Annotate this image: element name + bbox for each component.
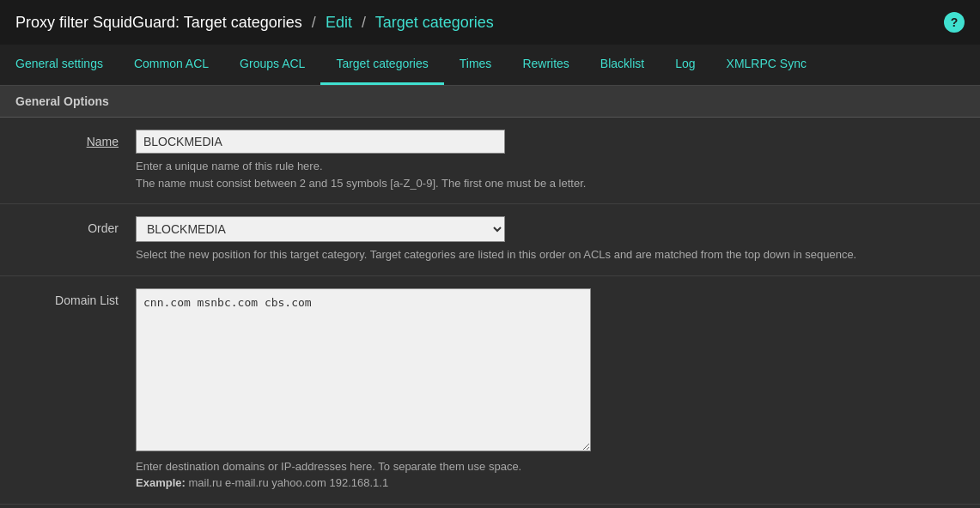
name-input[interactable]	[136, 130, 505, 154]
nav-bar: General settings Common ACL Groups ACL T…	[0, 45, 980, 86]
name-field-container: Enter a unique name of this rule here. T…	[136, 130, 965, 191]
nav-item-log[interactable]: Log	[660, 45, 710, 85]
page-title: Proxy filter SquidGuard: Target categori…	[15, 14, 494, 32]
name-label: Name	[15, 130, 136, 148]
example-label: Example:	[136, 476, 186, 489]
nav-item-times[interactable]: Times	[444, 45, 508, 85]
form-row-name: Name Enter a unique name of this rule he…	[0, 118, 980, 204]
name-hint2: The name must consist between 2 and 15 s…	[136, 177, 586, 190]
domain-list-hint: Enter destination domains or IP-addresse…	[136, 460, 521, 473]
example-value: mail.ru e-mail.ru yahoo.com 192.168.1.1	[188, 476, 388, 489]
domain-list-field-container: cnn.com msnbc.com cbs.com Enter destinat…	[136, 288, 965, 492]
domain-list-label: Domain List	[15, 288, 136, 307]
domain-list-textarea[interactable]: cnn.com msnbc.com cbs.com	[136, 288, 591, 451]
order-select[interactable]: BLOCKMEDIA	[136, 216, 505, 242]
breadcrumb-target-categories[interactable]: Target categories	[375, 14, 494, 31]
order-label: Order	[15, 216, 136, 235]
breadcrumb-sep1: /	[312, 14, 316, 31]
header: Proxy filter SquidGuard: Target categori…	[0, 0, 980, 45]
nav-item-blacklist[interactable]: Blacklist	[585, 45, 660, 85]
section-general-options: General Options	[0, 86, 980, 118]
name-hint1: Enter a unique name of this rule here.	[136, 160, 323, 172]
form-row-order: Order BLOCKMEDIA Select the new position…	[0, 204, 980, 276]
nav-item-common-acl[interactable]: Common ACL	[119, 45, 224, 85]
nav-item-general-settings[interactable]: General settings	[0, 45, 119, 85]
nav-item-xmlrpc-sync[interactable]: XMLRPC Sync	[711, 45, 822, 85]
nav-item-groups-acl[interactable]: Groups ACL	[224, 45, 320, 85]
nav-item-target-categories[interactable]: Target categories	[320, 45, 443, 85]
breadcrumb-sep2: /	[362, 14, 366, 31]
breadcrumb-edit[interactable]: Edit	[326, 14, 352, 31]
main-content: General Options Name Enter a unique name…	[0, 86, 980, 505]
order-field-container: BLOCKMEDIA Select the new position for t…	[136, 216, 965, 263]
form-row-domain-list: Domain List cnn.com msnbc.com cbs.com En…	[0, 276, 980, 505]
breadcrumb-root: Proxy filter SquidGuard: Target categori…	[15, 14, 302, 31]
order-hint: Select the new position for this target …	[136, 246, 965, 263]
nav-item-rewrites[interactable]: Rewrites	[507, 45, 584, 85]
help-button[interactable]: ?	[944, 12, 965, 33]
